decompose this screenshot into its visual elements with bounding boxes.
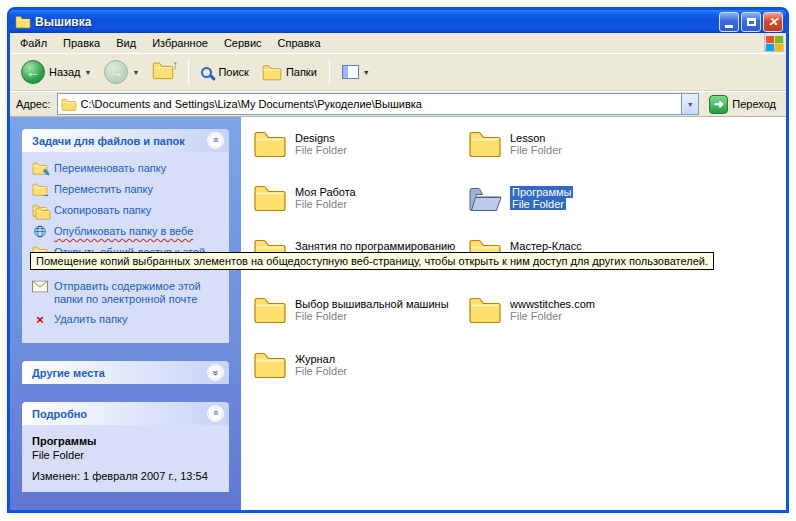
file-name: Мастер-Класс [510, 240, 582, 252]
file-item[interactable]: Выбор вышивальной машины File Folder [253, 296, 449, 324]
section-file-tasks: Задачи для файлов и папок » ✎ Переименов… [22, 129, 229, 343]
toolbar-separator [329, 59, 330, 85]
file-item[interactable]: Lesson File Folder [468, 130, 562, 158]
file-name: Программы [510, 186, 573, 198]
file-name: Занятия по программированию [295, 240, 455, 252]
task-rename-folder[interactable]: ✎ Переименовать папку [32, 162, 223, 176]
menu-bar: Файл Правка Вид Избранное Сервис Справка [10, 33, 786, 54]
file-item[interactable]: wwwstitches.com File Folder [468, 296, 595, 324]
task-label: Удалить папку [54, 313, 128, 326]
forward-icon: → [104, 60, 128, 84]
toolbar-separator [188, 59, 189, 85]
menu-tools[interactable]: Сервис [216, 34, 270, 52]
title-bar[interactable]: Вышивка ✕ [10, 10, 786, 33]
forward-button[interactable]: → ▼ [99, 57, 144, 87]
close-button[interactable]: ✕ [763, 12, 783, 32]
file-type: File Folder [295, 365, 347, 377]
address-dropdown-button[interactable]: ▼ [681, 94, 698, 114]
menu-favorites[interactable]: Избранное [144, 34, 216, 52]
collapse-chevron-icon[interactable]: » [207, 132, 224, 149]
file-type: File Folder [510, 198, 566, 210]
section-details: Подробно » Программы File Folder Изменен… [22, 402, 229, 492]
details-modified: Изменен: 1 февраля 2007 г., 13:54 [32, 470, 223, 482]
email-icon [32, 280, 48, 294]
other-places-title: Другие места [32, 367, 105, 379]
task-email-folder[interactable]: Отправить содержимое этой папки по элект… [32, 280, 223, 306]
back-dropdown-icon[interactable]: ▼ [85, 69, 92, 76]
search-button[interactable]: Поиск [196, 63, 253, 81]
task-delete-folder[interactable]: × Удалить папку [32, 313, 223, 326]
maximize-button[interactable] [741, 12, 761, 32]
views-button[interactable]: ▼ [337, 62, 375, 82]
address-combobox[interactable]: ▼ [57, 93, 700, 115]
details-folder-type: File Folder [32, 449, 223, 461]
views-dropdown-icon[interactable]: ▼ [363, 69, 370, 76]
file-item[interactable]: Моя Работа File Folder [253, 184, 356, 212]
expand-chevron-icon[interactable]: » [207, 364, 224, 381]
folder-icon [468, 130, 502, 158]
details-title: Подробно [32, 408, 87, 420]
folder-icon [253, 351, 287, 379]
details-folder-name: Программы [32, 435, 223, 447]
windows-logo-icon [764, 34, 784, 52]
content-area: Задачи для файлов и папок » ✎ Переименов… [10, 117, 786, 510]
address-label: Адрес: [16, 98, 51, 110]
window-title: Вышивка [35, 15, 717, 29]
folders-icon [262, 64, 282, 81]
search-icon [201, 67, 212, 78]
up-folder-icon: ↑ [152, 61, 176, 83]
delete-icon: × [32, 313, 48, 326]
file-item-selected[interactable]: Программы File Folder [468, 184, 573, 212]
go-button[interactable]: ➜ Переход [705, 93, 780, 116]
task-publish-folder-web[interactable]: Опубликовать папку в вебе [32, 225, 223, 239]
go-label: Переход [732, 98, 776, 110]
back-label: Назад [49, 66, 81, 78]
rename-folder-icon: ✎ [32, 162, 48, 176]
task-label: Отправить содержимое этой папки по элект… [54, 280, 223, 306]
desktop: { "window": { "title": "Вышивка" }, "men… [0, 0, 796, 521]
maximize-icon [747, 18, 756, 26]
folders-button[interactable]: Папки [257, 61, 322, 84]
details-body: Программы File Folder Изменен: 1 февраля… [22, 425, 229, 492]
other-places-header[interactable]: Другие места » [22, 361, 229, 384]
folder-icon [253, 296, 287, 324]
open-folder-icon [468, 184, 502, 212]
task-label: Опубликовать папку в вебе [54, 225, 193, 239]
file-type: File Folder [295, 144, 347, 156]
section-other-places: Другие места » [22, 361, 229, 384]
copy-folder-icon [32, 204, 48, 218]
file-name: Designs [295, 132, 335, 144]
task-label: Переместить папку [54, 183, 153, 197]
search-label: Поиск [218, 66, 248, 78]
minimize-button[interactable] [719, 12, 739, 32]
file-tasks-body: ✎ Переименовать папку → Переместить папк… [22, 152, 229, 343]
menu-file[interactable]: Файл [12, 34, 55, 52]
menu-edit[interactable]: Правка [55, 34, 108, 52]
file-tasks-header[interactable]: Задачи для файлов и папок » [22, 129, 229, 152]
go-arrow-icon: ➜ [709, 95, 728, 114]
forward-dropdown-icon[interactable]: ▼ [132, 69, 139, 76]
details-header[interactable]: Подробно » [22, 402, 229, 425]
task-label: Скопировать папку [54, 204, 151, 218]
file-type: File Folder [295, 198, 347, 210]
minimize-icon [725, 25, 733, 28]
task-label: Переименовать папку [54, 162, 166, 176]
address-folder-icon [61, 98, 77, 111]
folder-icon [253, 130, 287, 158]
file-type: File Folder [295, 310, 347, 322]
file-item[interactable]: Журнал File Folder [253, 351, 347, 379]
close-icon: ✕ [768, 16, 778, 28]
menu-view[interactable]: Вид [108, 34, 144, 52]
file-list[interactable]: Designs File Folder Lesson File Folder М… [241, 117, 786, 510]
folder-icon [468, 296, 502, 324]
file-item[interactable]: Designs File Folder [253, 130, 347, 158]
back-button[interactable]: ← Назад ▼ [16, 57, 96, 87]
address-input[interactable] [77, 98, 682, 110]
collapse-chevron-icon[interactable]: » [207, 405, 224, 422]
task-copy-folder[interactable]: Скопировать папку [32, 204, 223, 218]
task-move-folder[interactable]: → Переместить папку [32, 183, 223, 197]
menu-help[interactable]: Справка [270, 34, 329, 52]
move-folder-icon: → [32, 183, 48, 197]
up-button[interactable]: ↑ [147, 58, 181, 86]
file-tasks-title: Задачи для файлов и папок [32, 135, 185, 147]
